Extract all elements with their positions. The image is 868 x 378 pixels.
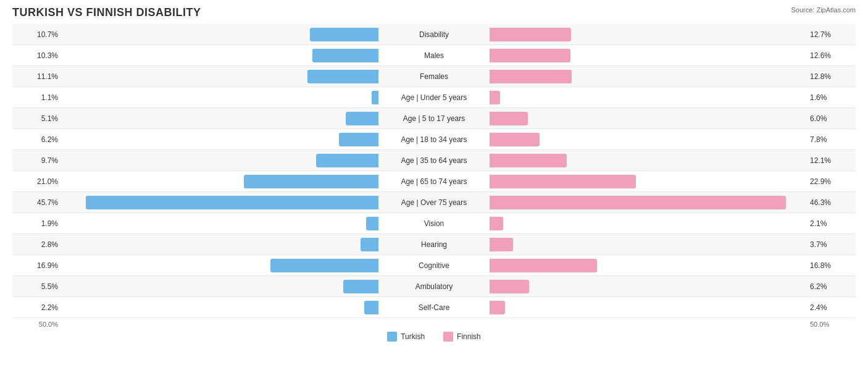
bar-left <box>270 259 378 272</box>
val-right: 2.4% <box>806 303 856 312</box>
bar-right-wrap <box>490 175 806 188</box>
bar-left-wrap <box>62 301 378 314</box>
val-left: 1.1% <box>12 93 62 102</box>
bar-left <box>372 91 378 104</box>
chart-body: 10.7% Disability 12.7% 10.3% Males <box>12 24 856 318</box>
bar-left <box>361 238 378 251</box>
bar-left <box>366 217 378 230</box>
val-left: 45.7% <box>12 198 62 207</box>
row-label: Females <box>378 72 490 81</box>
table-row: 10.3% Males 12.6% <box>12 45 856 66</box>
bar-left <box>343 280 378 293</box>
chart-source: Source: ZipAtlas.com <box>791 6 856 14</box>
row-label: Vision <box>378 219 490 228</box>
row-label: Age | Over 75 years <box>378 198 490 207</box>
row-inner: 45.7% Age | Over 75 years 46.3% <box>12 192 856 212</box>
bar-left-wrap <box>62 238 378 251</box>
val-left: 2.2% <box>12 303 62 312</box>
bar-left <box>364 301 378 314</box>
table-row: 1.9% Vision 2.1% <box>12 213 856 234</box>
val-right: 22.9% <box>806 177 856 186</box>
val-left: 5.5% <box>12 282 62 291</box>
table-row: 45.7% Age | Over 75 years 46.3% <box>12 192 856 213</box>
bar-left-wrap <box>62 154 378 167</box>
row-label: Age | 18 to 34 years <box>378 135 490 144</box>
row-label: Ambulatory <box>378 282 490 291</box>
row-inner: 6.2% Age | 18 to 34 years 7.8% <box>12 129 856 149</box>
val-right: 12.6% <box>806 51 856 60</box>
val-right: 16.8% <box>806 261 856 270</box>
table-row: 5.1% Age | 5 to 17 years 6.0% <box>12 108 856 129</box>
axis-left: 50.0% <box>12 321 62 328</box>
row-label: Age | 5 to 17 years <box>378 114 490 123</box>
table-row: 6.2% Age | 18 to 34 years 7.8% <box>12 129 856 150</box>
bar-left-wrap <box>62 49 378 62</box>
val-left: 10.3% <box>12 51 62 60</box>
bar-left <box>316 154 378 167</box>
row-inner: 9.7% Age | 35 to 64 years 12.1% <box>12 150 856 170</box>
bar-right-wrap <box>490 112 806 125</box>
bar-right-wrap <box>490 133 806 146</box>
val-left: 9.7% <box>12 156 62 165</box>
row-label: Males <box>378 51 490 60</box>
row-inner: 10.7% Disability 12.7% <box>12 24 856 44</box>
bar-left <box>307 70 378 83</box>
val-left: 10.7% <box>12 30 62 39</box>
bar-right-wrap <box>490 70 806 83</box>
bar-left <box>244 175 378 188</box>
row-inner: 1.1% Age | Under 5 years 1.6% <box>12 87 856 107</box>
val-left: 11.1% <box>12 72 62 81</box>
bar-right-wrap <box>490 217 806 230</box>
row-inner: 5.5% Ambulatory 6.2% <box>12 276 856 296</box>
bar-left-wrap <box>62 112 378 125</box>
val-right: 46.3% <box>806 198 856 207</box>
legend-finnish-box <box>443 332 453 342</box>
val-right: 12.1% <box>806 156 856 165</box>
val-right: 6.0% <box>806 114 856 123</box>
val-right: 2.1% <box>806 219 856 228</box>
row-inner: 21.0% Age | 65 to 74 years 22.9% <box>12 171 856 191</box>
bar-left-wrap <box>62 259 378 272</box>
table-row: 2.2% Self-Care 2.4% <box>12 297 856 318</box>
axis-right: 50.0% <box>806 321 856 328</box>
chart-title: TURKISH VS FINNISH DISABILITY <box>12 6 856 19</box>
bar-left-wrap <box>62 70 378 83</box>
bar-right <box>490 175 636 188</box>
table-row: 5.5% Ambulatory 6.2% <box>12 276 856 297</box>
bar-right-wrap <box>490 154 806 167</box>
row-inner: 5.1% Age | 5 to 17 years 6.0% <box>12 108 856 128</box>
legend-finnish-label: Finnish <box>457 332 481 341</box>
val-left: 21.0% <box>12 177 62 186</box>
bar-right <box>490 280 529 293</box>
row-inner: 11.1% Females 12.8% <box>12 66 856 86</box>
bar-left <box>346 112 378 125</box>
val-right: 3.7% <box>806 240 856 249</box>
val-left: 2.8% <box>12 240 62 249</box>
legend-finnish: Finnish <box>443 332 481 342</box>
row-inner: 16.9% Cognitive 16.8% <box>12 255 856 275</box>
row-label: Cognitive <box>378 261 490 270</box>
bar-left <box>86 196 378 209</box>
table-row: 16.9% Cognitive 16.8% <box>12 255 856 276</box>
row-label: Disability <box>378 30 490 39</box>
val-left: 6.2% <box>12 135 62 144</box>
bar-right <box>490 70 572 83</box>
table-row: 10.7% Disability 12.7% <box>12 24 856 45</box>
bar-right-wrap <box>490 196 806 209</box>
val-right: 12.7% <box>806 30 856 39</box>
bar-right-wrap <box>490 91 806 104</box>
row-inner: 2.2% Self-Care 2.4% <box>12 297 856 317</box>
row-label: Self-Care <box>378 303 490 312</box>
bar-right <box>490 259 597 272</box>
row-label: Age | Under 5 years <box>378 93 490 102</box>
table-row: 11.1% Females 12.8% <box>12 66 856 87</box>
row-inner: 2.8% Hearing 3.7% <box>12 234 856 254</box>
bar-right <box>490 133 540 146</box>
bar-right-wrap <box>490 49 806 62</box>
bar-left-wrap <box>62 175 378 188</box>
bar-right <box>490 196 786 209</box>
bar-left-wrap <box>62 280 378 293</box>
row-label: Age | 65 to 74 years <box>378 177 490 186</box>
row-inner: 1.9% Vision 2.1% <box>12 213 856 233</box>
bar-right <box>490 238 513 251</box>
